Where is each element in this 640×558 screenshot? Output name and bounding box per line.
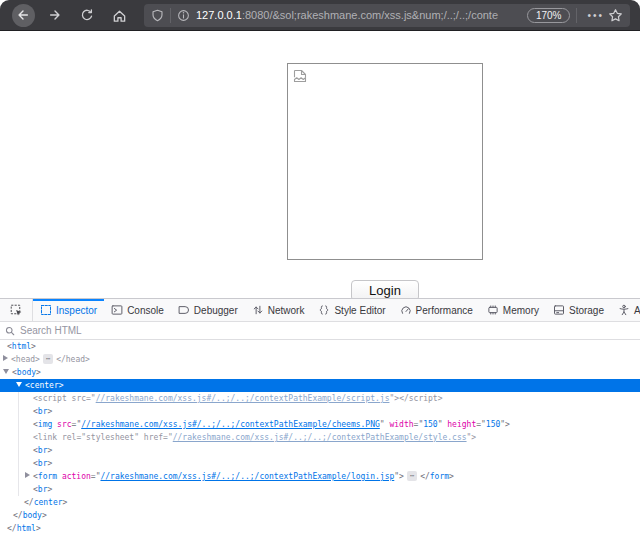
code-segment: rel [62,433,76,442]
code-segment: stylesheet [86,433,134,442]
home-button[interactable] [106,2,132,28]
code-segment: > [42,511,47,520]
attribute-link[interactable]: //rakeshmane.com/xss.js#/..;/..;/context… [100,472,394,481]
search-html-input[interactable]: Search HTML [0,322,640,340]
tab-style-editor[interactable]: Style Editor [311,299,392,321]
browser-toolbar: 127.0.0.1:8080/&sol;rakeshmane.com/xss.j… [0,0,640,31]
code-segment: src [72,394,86,403]
code-segment: > [85,355,90,364]
urlbar-separator [170,8,171,23]
code-segment: =" [163,433,173,442]
code-segment: href [144,433,163,442]
code-segment: =" [414,420,424,429]
tree-row-html-close[interactable]: </html> [0,522,640,535]
tree-row-script-node[interactable]: <script src="//rakeshmane.com/xss.js#/..… [0,392,640,405]
tab-debugger[interactable]: Debugger [171,299,245,321]
search-icon [5,326,15,336]
code-segment: script [409,394,438,403]
code-segment: height [447,420,476,429]
attribute-link[interactable]: //rakeshmane.com/xss.js#/..;/..;/context… [173,433,467,442]
broken-image-box [287,63,483,260]
inspector-icon [40,304,52,316]
code-segment: > [35,355,40,364]
collapse-arrow-icon[interactable] [3,369,9,374]
tree-row-form-collapsed[interactable]: <form action="//rakeshmane.com/xss.js#/.… [0,470,640,483]
code-segment: "> [394,472,404,481]
tab-label: Performance [416,305,473,316]
code-segment: > [47,446,52,455]
forward-button[interactable] [42,2,68,28]
attribute-link[interactable]: //rakeshmane.com/xss.js#/..;/..;/context… [81,420,380,429]
code-segment: body [17,368,36,377]
urlbar-separator-2 [576,8,577,23]
pick-element-button[interactable] [0,299,33,321]
broken-image-icon [292,68,308,84]
expand-arrow-icon[interactable] [3,355,8,361]
tab-memory[interactable]: Memory [480,299,546,321]
tracking-protection-shield-icon[interactable] [151,9,164,22]
code-segment: " [134,433,144,442]
tree-row-br-node-2[interactable]: <br> [0,444,640,457]
code-segment: form [430,472,449,481]
url-text[interactable]: 127.0.0.1:8080/&sol;rakeshmane.com/xss.j… [196,9,523,21]
code-segment: img [38,420,52,429]
tab-label: Debugger [194,305,238,316]
tree-row-br-node-4[interactable]: <br> [0,483,640,496]
code-segment: 150 [423,420,437,429]
attribute-link[interactable]: //rakeshmane.com/xss.js#/..;/..;/context… [96,394,390,403]
tree-row-center-open[interactable]: <center> [0,379,640,392]
code-segment: html [17,524,36,533]
code-segment: > [36,368,41,377]
reload-button[interactable] [74,2,100,28]
page-actions-icon[interactable]: ••• [587,10,604,21]
site-info-icon[interactable] [177,9,190,22]
tree-row-br-node-3[interactable]: <br> [0,457,640,470]
code-segment: </ [56,355,66,364]
tree-row-br-node-1[interactable]: <br> [0,405,640,418]
back-button[interactable] [10,2,36,28]
debugger-icon [178,304,190,316]
tab-inspector[interactable]: Inspector [33,299,104,321]
tab-label: Network [268,305,305,316]
collapse-arrow-icon[interactable] [16,382,22,387]
console-icon [111,304,123,316]
url-bar[interactable]: 127.0.0.1:8080/&sol;rakeshmane.com/xss.j… [144,4,630,27]
expand-arrow-icon[interactable] [25,472,30,478]
code-segment: > [31,342,36,351]
html-tree: <html><head>⋯</head><body><center><scrip… [0,340,640,535]
tab-label: Inspector [56,305,97,316]
bookmark-star-icon[interactable] [608,8,623,23]
tree-row-link-node[interactable]: <link rel="stylesheet" href="//rakeshman… [0,431,640,444]
tree-row-body-close[interactable]: </body> [0,509,640,522]
code-segment: form [38,472,57,481]
zoom-level-badge[interactable]: 170% [527,8,571,23]
tab-accessibility[interactable]: Accessibility [611,299,640,321]
performance-icon [400,304,412,316]
tree-row-center-close[interactable]: </center> [0,496,640,509]
inline-expand-badge[interactable]: ⋯ [407,471,417,481]
tab-network[interactable]: Network [245,299,312,321]
tree-row-head-collapsed[interactable]: <head>⋯</head> [0,353,640,366]
code-segment: </ [399,394,409,403]
code-segment: action [62,472,91,481]
code-segment: </ [420,472,430,481]
code-segment: script [38,394,67,403]
tree-row-img-node[interactable]: <img src="//rakeshmane.com/xss.js#/..;/.… [0,418,640,431]
tab-console[interactable]: Console [104,299,171,321]
code-segment: > [63,498,68,507]
tab-label: Storage [569,305,604,316]
code-segment: > [47,407,52,416]
code-segment: head [66,355,85,364]
tree-row-body-open[interactable]: <body> [0,366,640,379]
tab-label: Console [127,305,164,316]
inline-expand-badge[interactable]: ⋯ [43,354,53,364]
storage-icon [553,304,565,316]
code-segment: body [23,511,42,520]
code-segment: =" [72,420,82,429]
tree-row-html-open[interactable]: <html> [0,340,640,353]
browser-window: 127.0.0.1:8080/&sol;rakeshmane.com/xss.j… [0,0,640,558]
tab-performance[interactable]: Performance [393,299,480,321]
tab-storage[interactable]: Storage [546,299,611,321]
code-segment: > [449,472,454,481]
network-icon [252,304,264,316]
